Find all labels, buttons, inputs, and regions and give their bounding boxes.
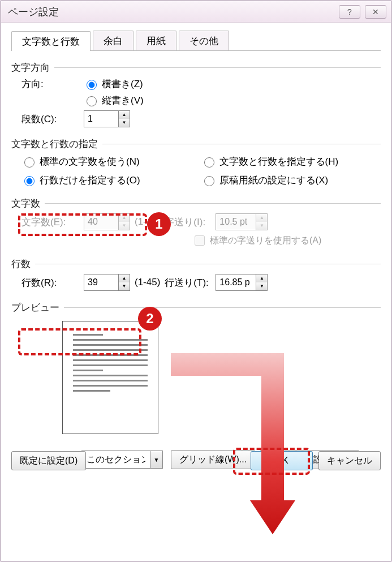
spin-up-icon[interactable]: ▲ [119,274,130,282]
group-chars: 文字数 [11,197,381,210]
group-direction: 文字方向 [11,61,381,74]
columns-spinner[interactable]: ▲▼ [84,110,130,127]
radio-standard-input[interactable] [24,157,35,168]
direction-label: 方向: [21,78,84,91]
radio-lines-only[interactable]: 行数だけを指定する(O) [21,174,201,187]
spin-down-icon: ▼ [119,222,130,230]
line-pitch-spinner[interactable]: ▲▼ [216,274,268,291]
annotation-badge-2: 2 [138,307,162,331]
annotation-arrow [171,353,295,540]
line-count-range: (1-45) [135,277,160,288]
spin-up-icon: ▲ [256,214,267,222]
close-button[interactable]: ✕ [365,5,386,19]
char-pitch-spinner: ▲▼ [216,213,268,230]
columns-input[interactable] [84,111,118,126]
char-pitch-input [216,214,256,229]
char-pitch-label: 字送り(I): [165,216,216,229]
tab-paper[interactable]: 用紙 [136,31,176,50]
page-setup-dialog: ページ設定 ? ✕ 文字数と行数 余白 用紙 その他 文字方向 方向: 横書き(… [1,1,391,561]
dialog-title: ページ設定 [6,5,59,19]
set-default-button[interactable]: 既定に設定(D) [11,451,86,470]
radio-horizontal[interactable]: 横書き(Z) [84,78,143,91]
radio-lines-only-input[interactable] [24,176,35,186]
line-count-label: 行数(R): [21,276,84,289]
tab-other[interactable]: その他 [179,31,229,50]
radio-standard[interactable]: 標準の文字数を使う(N) [21,155,201,168]
dialog-body: 文字数と行数 余白 用紙 その他 文字方向 方向: 横書き(Z) 縦書き(V) … [1,23,391,481]
char-count-spinner: ▲▼ [84,213,130,230]
line-count-spinner[interactable]: ▲▼ [84,274,130,291]
line-pitch-label: 行送り(T): [165,276,216,289]
ok-button[interactable]: OK [251,451,313,470]
tab-strip: 文字数と行数 余白 用紙 その他 [11,31,381,51]
radio-genkou[interactable]: 原稿用紙の設定にする(X) [201,174,381,187]
dialog-button-row: 既定に設定(D) OK キャンセル [11,451,381,470]
char-count-input [84,214,118,229]
preview-page [62,321,158,434]
char-count-label: 文字数(E): [21,216,84,229]
group-preview: プレビュー [11,301,381,314]
radio-vertical[interactable]: 縦書き(V) [84,94,144,107]
columns-label: 段数(C): [21,113,84,126]
spin-down-icon[interactable]: ▼ [256,282,267,290]
cancel-button[interactable]: キャンセル [318,451,381,470]
radio-vertical-input[interactable] [87,96,97,106]
titlebar[interactable]: ページ設定 ? ✕ [1,1,391,23]
radio-genkou-input[interactable] [204,176,214,186]
spin-up-icon[interactable]: ▲ [256,274,267,282]
line-pitch-input[interactable] [216,275,256,290]
spin-up-icon: ▲ [119,214,130,222]
radio-both[interactable]: 文字数と行数を指定する(H) [201,155,381,168]
line-count-input[interactable] [84,275,118,290]
radio-both-input[interactable] [204,157,214,168]
radio-horizontal-input[interactable] [87,80,97,90]
help-button[interactable]: ? [339,5,360,19]
spin-up-icon[interactable]: ▲ [119,111,130,119]
spin-down-icon: ▼ [256,222,267,230]
default-pitch-input [195,235,205,246]
spin-down-icon[interactable]: ▼ [119,119,130,127]
group-lines: 行数 [11,258,381,271]
tab-margins[interactable]: 余白 [93,31,133,50]
annotation-badge-1: 1 [147,212,171,236]
default-pitch-checkbox: 標準の字送りを使用する(A) [192,234,321,247]
spin-down-icon[interactable]: ▼ [119,282,130,290]
group-spec: 文字数と行数の指定 [11,138,381,151]
tab-chars-lines[interactable]: 文字数と行数 [11,31,91,51]
